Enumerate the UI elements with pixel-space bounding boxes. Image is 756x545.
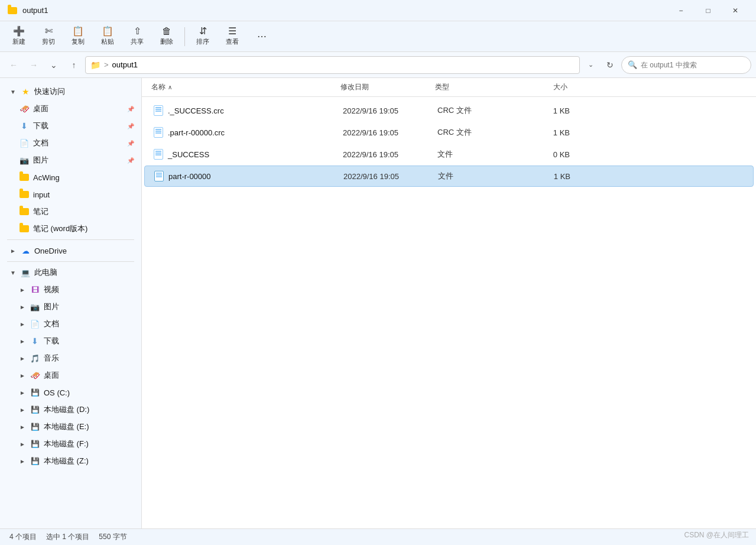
sort-button[interactable]: ⇵ 排序	[189, 24, 217, 49]
sidebar-item-music[interactable]: ► 🎵 音乐	[2, 350, 139, 366]
file-icon-cell-3: _SUCCESS	[154, 149, 343, 160]
sidebar-item-quick-access[interactable]: ▼ ★ 快速访问	[2, 83, 139, 100]
column-header-name[interactable]: 名称 ∧	[151, 82, 340, 92]
sidebar-item-onedrive[interactable]: ► ☁ OneDrive	[2, 242, 139, 259]
path-folder-icon: 📁	[90, 60, 100, 70]
delete-button[interactable]: 🗑 删除	[153, 24, 181, 49]
close-button[interactable]: ✕	[722, 1, 749, 20]
sidebar-item-drive-z[interactable]: ► 💾 本地磁盘 (Z:)	[2, 453, 139, 469]
file-doc-icon-2	[154, 127, 163, 138]
file-icon-cell-1: ._SUCCESS.crc	[154, 105, 343, 116]
sidebar-item-drive-e[interactable]: ► 💾 本地磁盘 (E:)	[2, 419, 139, 435]
label-downloads-pc: 下载	[44, 336, 134, 346]
sidebar-item-documents[interactable]: 📄 文档 📌	[2, 135, 139, 151]
sort-arrow-name: ∧	[168, 84, 172, 90]
file-type-3: 文件	[437, 149, 520, 160]
more-button[interactable]: ⋯	[248, 24, 276, 49]
label-video: 视频	[44, 284, 134, 295]
file-type-2: CRC 文件	[437, 127, 520, 138]
file-date-1: 2022/9/16 19:05	[343, 106, 437, 115]
address-chevron-button[interactable]: ⌄	[582, 57, 599, 73]
cut-button[interactable]: ✄ 剪切	[34, 24, 63, 49]
folder-icon-notes-word	[19, 223, 30, 234]
dropdown-button[interactable]: ⌄	[45, 56, 63, 74]
window-controls: − □ ✕	[667, 1, 749, 20]
sidebar-item-drive-d[interactable]: ► 💾 本地磁盘 (D:)	[2, 401, 139, 418]
label-pictures: 图片	[33, 155, 124, 166]
window-icon	[7, 5, 18, 16]
column-header-date[interactable]: 修改日期	[340, 82, 435, 92]
file-row-part-r-00000[interactable]: part-r-00000 2022/9/16 19:05 文件 1 KB	[144, 166, 754, 187]
new-button[interactable]: ➕ 新建	[5, 24, 33, 49]
watermark: CSDN @在人间理工	[684, 530, 749, 540]
file-type-1: CRC 文件	[437, 105, 520, 116]
view-button[interactable]: ☰ 查看	[218, 24, 246, 49]
main-area: ▼ ★ 快速访问 🛷 桌面 📌 ⬇ 下载 📌 📄 文档 📌 📷	[0, 78, 756, 528]
sidebar-item-desktop[interactable]: 🛷 桌面 📌	[2, 100, 139, 117]
paste-button[interactable]: 📋 粘贴	[93, 24, 122, 49]
desktop-icon-pc: 🛷	[30, 370, 40, 381]
address-path[interactable]: 📁 > output1	[85, 56, 580, 74]
label-drive-z: 本地磁盘 (Z:)	[44, 456, 134, 466]
file-name-2: .part-r-00000.crc	[168, 128, 225, 137]
sidebar-item-notes[interactable]: 笔记	[2, 203, 139, 220]
pin-icon-desktop: 📌	[127, 106, 134, 112]
pin-icon-downloads: 📌	[127, 123, 134, 129]
cut-label: 剪切	[42, 37, 55, 46]
pc-icon: 💻	[20, 267, 31, 278]
share-button[interactable]: ⇧ 共享	[123, 24, 151, 49]
file-icon-cell-2: .part-r-00000.crc	[154, 127, 343, 138]
label-desktop-pc: 桌面	[44, 370, 134, 381]
sidebar-item-drive-f[interactable]: ► 💾 本地磁盘 (F:)	[2, 436, 139, 452]
path-separator: >	[104, 60, 109, 69]
column-header-size[interactable]: 大小	[518, 82, 577, 92]
copy-button[interactable]: 📋 复制	[64, 24, 92, 49]
file-row-success-crc[interactable]: ._SUCCESS.crc 2022/9/16 19:05 CRC 文件 1 K…	[144, 100, 754, 121]
file-size-2: 1 KB	[520, 128, 579, 137]
minimize-button[interactable]: −	[667, 1, 695, 20]
sidebar-item-pictures[interactable]: 📷 图片 📌	[2, 152, 139, 168]
sidebar-item-downloads[interactable]: ⬇ 下载 📌	[2, 118, 139, 134]
sidebar-item-pictures-pc[interactable]: ► 📷 图片	[2, 299, 139, 315]
expand-arrow-drive-z: ►	[19, 458, 26, 465]
file-doc-icon-4	[154, 171, 164, 181]
label-documents: 文档	[33, 138, 124, 148]
file-row-success[interactable]: _SUCCESS 2022/9/16 19:05 文件 0 KB	[144, 144, 754, 165]
title-bar: output1 − □ ✕	[0, 0, 756, 21]
forward-button[interactable]: →	[25, 56, 43, 74]
folder-icon-acwing	[19, 172, 30, 183]
path-text: output1	[112, 60, 138, 69]
sidebar-item-acwing[interactable]: AcWing	[2, 169, 139, 186]
sidebar-item-this-pc[interactable]: ▼ 💻 此电脑	[2, 264, 139, 281]
back-button[interactable]: ←	[5, 56, 22, 74]
sidebar-item-input[interactable]: input	[2, 186, 139, 203]
label-downloads: 下载	[33, 121, 124, 131]
expand-arrow-this-pc: ▼	[9, 270, 17, 276]
file-doc-icon-3	[154, 149, 163, 160]
up-button[interactable]: ↑	[65, 56, 83, 74]
file-date-4: 2022/9/16 19:05	[343, 172, 438, 181]
sidebar-item-notes-word[interactable]: 笔记 (word版本)	[2, 220, 139, 237]
expand-arrow-drive-e: ►	[19, 424, 26, 430]
sidebar-section-quick-access: ▼ ★ 快速访问 🛷 桌面 📌 ⬇ 下载 📌 📄 文档 📌 📷	[0, 83, 141, 237]
sidebar-item-documents-pc[interactable]: ► 📄 文档	[2, 316, 139, 332]
sidebar-item-desktop-pc[interactable]: ► 🛷 桌面	[2, 367, 139, 384]
sidebar-item-video[interactable]: ► 🎞 视频	[2, 281, 139, 298]
search-input[interactable]	[641, 61, 745, 69]
sidebar-item-downloads-pc[interactable]: ► ⬇ 下载	[2, 333, 139, 349]
toolbar: ➕ 新建 ✄ 剪切 📋 复制 📋 粘贴 ⇧ 共享 🗑 删除 ⇵ 排序 ☰ 查看 …	[0, 21, 756, 52]
column-header-type[interactable]: 类型	[435, 82, 518, 92]
expand-arrow-video: ►	[19, 287, 26, 293]
expand-arrow-drive-f: ►	[19, 441, 26, 447]
paste-label: 粘贴	[101, 37, 114, 46]
label-pictures-pc: 图片	[44, 301, 134, 312]
label-music: 音乐	[44, 353, 134, 364]
document-icon: 📄	[19, 138, 30, 148]
file-row-part-crc[interactable]: .part-r-00000.crc 2022/9/16 19:05 CRC 文件…	[144, 122, 754, 143]
maximize-button[interactable]: □	[695, 1, 722, 20]
search-box[interactable]: 🔍	[621, 56, 751, 74]
label-documents-pc: 文档	[44, 319, 134, 329]
document-icon-pc: 📄	[30, 319, 40, 329]
sidebar-item-drive-c[interactable]: ► 💾 OS (C:)	[2, 384, 139, 401]
refresh-button[interactable]: ↻	[601, 56, 619, 74]
